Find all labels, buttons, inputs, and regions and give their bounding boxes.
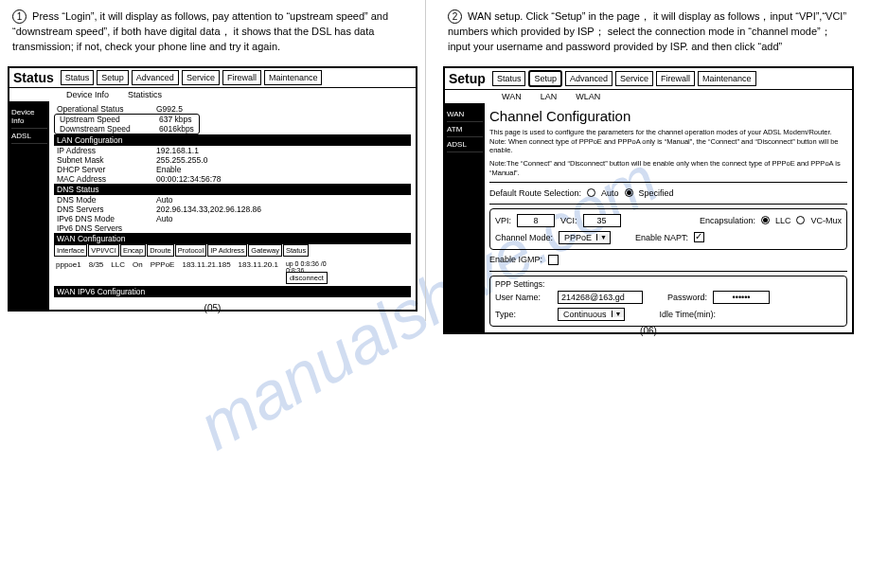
vpi-input[interactable]: 8 (517, 214, 555, 227)
lbl-encap: Encapsulation: (700, 216, 755, 225)
tab-status[interactable]: Status (61, 70, 95, 85)
divider (489, 182, 847, 183)
side-nav: Device Info ADSL (9, 101, 49, 310)
col-gateway: Gateway (248, 244, 282, 257)
username-input[interactable]: 214268@163.gd (558, 291, 643, 304)
lbl-subnet: Subnet Mask (57, 155, 156, 165)
tab-status-r[interactable]: Status (492, 71, 526, 86)
type-select[interactable]: Continuous ▼ (558, 308, 625, 321)
tab-setup-r[interactable]: Setup (528, 70, 562, 87)
vci-input[interactable]: 35 (583, 214, 621, 227)
wan-if: pppoe1 (56, 260, 81, 269)
setup-panel: Setup Status Setup Advanced Service Fire… (443, 66, 854, 334)
section-dns: DNS Status (54, 184, 411, 195)
section-lan: LAN Configuration (54, 134, 411, 146)
val-dnsmode: Auto (156, 195, 173, 205)
page-number-left: (05) (204, 303, 222, 313)
note-1: This page is used to configure the param… (489, 128, 847, 155)
lbl-ip: IP Address (57, 146, 156, 155)
lbl-dnsmode: DNS Mode (57, 195, 156, 205)
step-number-2: 2 (448, 9, 462, 24)
lbl-auto: Auto (601, 188, 619, 198)
wan-columns: Interface VPI/VCI Encap Droute Protocol … (54, 244, 411, 257)
lbl-dnsservers: DNS Servers (57, 205, 156, 214)
panel-header-setup: Setup Status Setup Advanced Service Fire… (445, 68, 852, 90)
row-default-route: Default Route Selection: Auto Specified (489, 187, 847, 200)
setup-main: Channel Configuration This page is used … (485, 103, 852, 332)
tab-maintenance[interactable]: Maintenance (264, 70, 323, 85)
igmp-checkbox[interactable] (548, 255, 559, 265)
subtab-statistics[interactable]: Statistics (128, 90, 162, 99)
tab-setup[interactable]: Setup (97, 70, 129, 85)
lbl-specified: Specified (639, 188, 674, 198)
lbl-password: Password: (667, 293, 707, 302)
channel-mode-value: PPPoE (559, 232, 596, 243)
wan-status-col: up 0 0:8:36 /0 0:8:36 disconnect (286, 260, 338, 282)
col-protocol: Protocol (175, 244, 207, 257)
divider-3 (489, 271, 847, 272)
col-vpivci: VPI/VCI (88, 244, 119, 257)
sidenav-device-info[interactable]: Device Info (11, 105, 47, 129)
wan-dr: On (133, 260, 143, 269)
radio-llc[interactable] (761, 216, 770, 224)
panel-title: Status (13, 70, 54, 85)
status-main: Operational Status G992.5 Upstream Speed… (49, 101, 416, 310)
col-encap: Encap (120, 244, 146, 257)
sub-tabs-r: WAN LAN WLAN (445, 90, 852, 103)
lbl-dhcp: DHCP Server (57, 165, 156, 174)
instruction-text-1: Press “Login”, it will display as follow… (12, 10, 388, 52)
instruction-text-2: WAN setup. Click “Setup” in the page， it… (448, 10, 846, 52)
channel-mode-select[interactable]: PPPoE ▼ (559, 231, 611, 244)
subtab-lan[interactable]: LAN (541, 92, 558, 101)
val-mac: 00:00:12:34:56:78 (156, 174, 222, 184)
tab-advanced-r[interactable]: Advanced (565, 71, 613, 86)
panel-title-setup: Setup (449, 71, 486, 86)
panel-body: Device Info ADSL Operational Status G992… (9, 101, 416, 310)
sidenav-adsl-r[interactable]: ADSL (447, 137, 483, 152)
radio-vcmux[interactable] (796, 216, 805, 224)
lbl-napt: Enable NAPT: (635, 233, 688, 242)
lbl-upstream: Upstream Speed (60, 115, 159, 124)
wan-vpi: 8/35 (89, 260, 104, 269)
side-nav-r: WAN ATM ADSL (445, 103, 485, 332)
sidenav-adsl[interactable]: ADSL (11, 129, 47, 144)
lbl-vci: VCI: (560, 216, 577, 225)
type-value: Continuous (559, 309, 612, 320)
sidenav-atm[interactable]: ATM (447, 122, 483, 137)
tab-service-r[interactable]: Service (615, 71, 653, 86)
row-igmp: Enable IGMP: (489, 253, 847, 267)
wan-gw: 183.11.20.1 (239, 260, 278, 269)
disconnect-button[interactable]: disconnect (286, 272, 328, 284)
status-panel: Status Status Setup Advanced Service Fir… (8, 66, 417, 312)
config-title: Channel Configuration (489, 106, 847, 128)
instruction-2: 2 WAN setup. Click “Setup” in the page， … (443, 9, 854, 55)
tab-firewall[interactable]: Firewall (222, 70, 261, 85)
val-ip: 192.168.1.1 (156, 146, 199, 155)
password-input[interactable]: •••••• (713, 291, 770, 304)
tab-advanced[interactable]: Advanced (132, 70, 179, 85)
tab-firewall-r[interactable]: Firewall (656, 71, 695, 86)
page-number-right: (06) (640, 326, 657, 336)
napt-checkbox[interactable] (694, 232, 704, 242)
lbl-type: Type: (495, 310, 552, 319)
val-dhcp: Enable (156, 165, 181, 174)
wan-row: pppoe1 8/35 LLC On PPPoE 183.11.21.185 1… (54, 257, 411, 286)
col-status: Status (283, 244, 309, 257)
sidenav-wan[interactable]: WAN (447, 107, 483, 122)
page-right: 2 WAN setup. Click “Setup” in the page， … (435, 0, 861, 344)
subtab-wlan[interactable]: WLAN (576, 92, 600, 101)
tab-maintenance-r[interactable]: Maintenance (698, 71, 756, 86)
chevron-down-icon: ▼ (596, 234, 610, 241)
subtab-device-info[interactable]: Device Info (66, 90, 109, 99)
lbl-ipv6dnsmode: IPv6 DNS Mode (57, 214, 156, 223)
radio-auto[interactable] (587, 188, 595, 197)
lbl-vcmux: VC-Mux (810, 216, 842, 225)
vpi-vci-group: VPI: 8 VCI: 35 Encapsulation: LLC VC-Mux… (489, 208, 847, 250)
lbl-op-status: Operational Status (57, 104, 156, 114)
val-g992: G992.5 (156, 104, 183, 114)
subtab-wan[interactable]: WAN (502, 92, 522, 101)
val-downstream: 6016kbps (159, 124, 194, 134)
tab-service[interactable]: Service (182, 70, 220, 85)
section-wan-ipv6: WAN IPV6 Configuration (54, 286, 411, 297)
radio-specified[interactable] (625, 188, 633, 197)
